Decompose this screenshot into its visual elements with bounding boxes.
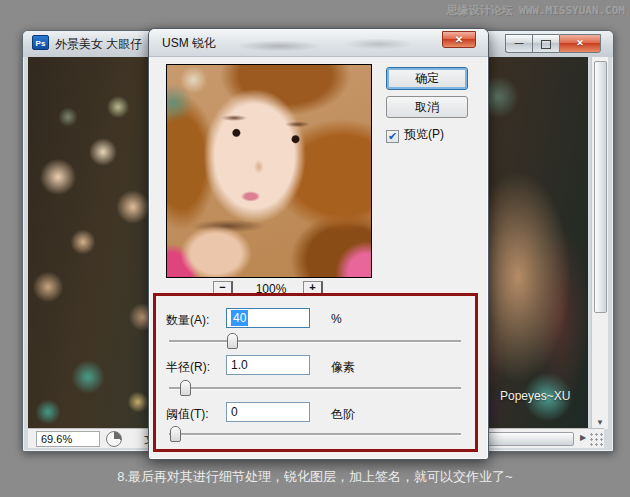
- resize-grip[interactable]: [589, 432, 603, 446]
- threshold-slider-track[interactable]: [169, 433, 461, 436]
- radius-unit: 像素: [331, 359, 355, 376]
- preview-checkbox-row: ✔预览(P): [386, 126, 444, 140]
- window-close-button[interactable]: ✕: [559, 34, 601, 53]
- preview-checkbox[interactable]: ✔: [386, 130, 399, 143]
- screenshot-stage: 思缘设计论坛 WWW.MISSYUAN.COM Ps 外景美女 大眼仔 — ✕ …: [0, 0, 630, 497]
- photo-signature: Popeyes~XU: [500, 389, 570, 403]
- threshold-slider-thumb[interactable]: [170, 426, 181, 442]
- threshold-input[interactable]: 0: [226, 402, 310, 422]
- threshold-unit: 色阶: [331, 406, 355, 423]
- document-title: 外景美女 大眼仔: [55, 36, 142, 53]
- scroll-right-icon[interactable]: ▶: [580, 433, 586, 442]
- maximize-icon: [541, 40, 551, 49]
- amount-slider-track[interactable]: [169, 340, 461, 343]
- minimize-icon: —: [515, 38, 524, 48]
- dialog-title: USM 锐化: [162, 35, 216, 52]
- radius-input[interactable]: 1.0: [226, 355, 310, 375]
- amount-input[interactable]: 40: [226, 308, 310, 328]
- radius-value: 1.0: [231, 358, 248, 372]
- cancel-button[interactable]: 取消: [386, 96, 468, 118]
- maximize-button[interactable]: [532, 34, 559, 53]
- radius-slider-thumb[interactable]: [180, 380, 191, 396]
- amount-unit: %: [331, 312, 342, 326]
- close-icon: ✕: [576, 38, 584, 48]
- dialog-title-bar[interactable]: USM 锐化 ✕: [149, 29, 488, 57]
- minimize-button[interactable]: —: [505, 34, 532, 53]
- radius-label: 半径(R):: [166, 359, 210, 376]
- amount-slider-thumb[interactable]: [227, 333, 238, 349]
- photoshop-logo-icon: Ps: [32, 35, 49, 50]
- preview-checkbox-label: 预览(P): [404, 127, 444, 141]
- threshold-label: 阈值(T):: [166, 406, 209, 423]
- vertical-scrollbar[interactable]: ▼: [591, 57, 608, 429]
- close-icon: ✕: [455, 34, 463, 45]
- horizontal-scrollbar-thumb[interactable]: [480, 432, 574, 446]
- vertical-scrollbar-thumb[interactable]: [594, 61, 607, 313]
- dialog-close-button[interactable]: ✕: [442, 31, 476, 48]
- tutorial-caption: 8.最后再对其进行细节处理，锐化图层，加上签名，就可以交作业了~: [0, 468, 630, 486]
- site-watermark: 思缘设计论坛 WWW.MISSYUAN.COM: [446, 3, 625, 18]
- window-controls: — ✕: [505, 34, 601, 53]
- document-info-pie-icon[interactable]: [106, 431, 122, 447]
- amount-value-selected: 40: [231, 310, 248, 326]
- amount-label: 数量(A):: [166, 312, 209, 329]
- threshold-value: 0: [231, 405, 238, 419]
- radius-slider-track[interactable]: [169, 387, 461, 390]
- ok-button[interactable]: 确定: [386, 67, 468, 90]
- usm-sharpen-dialog: USM 锐化 ✕ 确定 取消 ✔预览(P) − 100% + 数量(A): 40…: [148, 28, 489, 460]
- zoom-level-field[interactable]: 69.6%: [36, 431, 100, 447]
- scroll-down-icon[interactable]: ▼: [592, 418, 608, 427]
- sharpen-preview-image[interactable]: [166, 64, 372, 278]
